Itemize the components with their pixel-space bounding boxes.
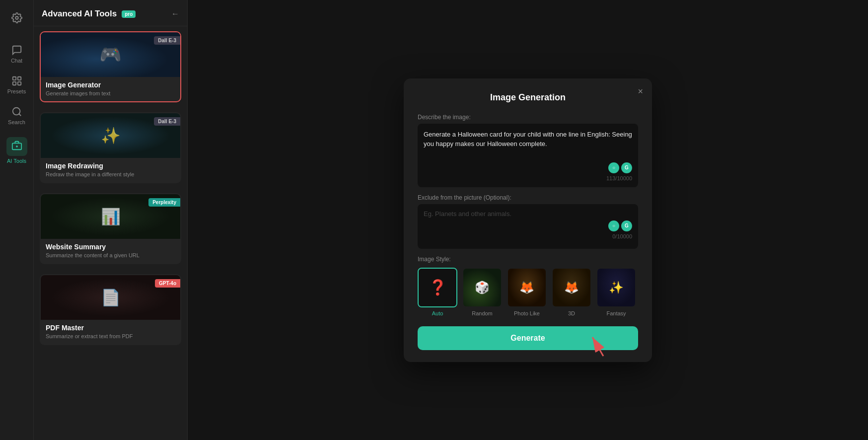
style-name-auto: Auto bbox=[432, 310, 443, 316]
sidebar-item-chat-label: Chat bbox=[11, 58, 22, 64]
panel-title-area: Advanced AI Tools pro bbox=[42, 9, 136, 19]
tool-name-image-redrawing: Image Redrawing bbox=[46, 162, 175, 170]
style-label: Image Style: bbox=[418, 256, 638, 263]
settings-icon[interactable] bbox=[6, 7, 28, 29]
tool-name-image-generator: Image Generator bbox=[46, 81, 175, 89]
tool-image-image-generator: Dall E-3 bbox=[41, 32, 180, 77]
sidebar-nav: Chat Presets Search AI Tools bbox=[0, 0, 34, 440]
style-options: ❓ Auto 🎲 Random 🦊 Photo Like bbox=[418, 268, 638, 316]
tool-card-image-redrawing[interactable]: Dall E-3 Image Redrawing Redraw the imag… bbox=[40, 112, 181, 183]
collapse-button[interactable]: ← bbox=[171, 9, 179, 18]
svg-rect-1 bbox=[12, 77, 15, 80]
svg-rect-2 bbox=[17, 77, 20, 80]
svg-point-5 bbox=[12, 108, 20, 115]
tool-image-pdf-master: GPT-4o bbox=[41, 275, 180, 320]
style-thumb-photo: 🦊 bbox=[507, 268, 547, 307]
style-option-fantasy[interactable]: ✨ Fantasy bbox=[596, 268, 636, 316]
svg-point-0 bbox=[15, 16, 18, 19]
tool-card-body-2: Image Redrawing Redraw the image in a di… bbox=[41, 158, 180, 177]
modal-close-button[interactable]: × bbox=[638, 86, 643, 97]
ai-circle-3: ○ bbox=[608, 220, 619, 231]
panel-header: Advanced AI Tools pro ← bbox=[34, 0, 187, 26]
tool-desc-image-redrawing: Redraw the image in a different style bbox=[46, 171, 175, 177]
style-option-photo[interactable]: 🦊 Photo Like bbox=[507, 268, 547, 316]
exclude-char-count: 0/10000 bbox=[424, 233, 632, 239]
main-content: Image Generation × Describe the image: G… bbox=[188, 0, 868, 440]
ai-circle-4: G bbox=[621, 220, 632, 231]
pro-badge: pro bbox=[122, 10, 136, 18]
tool-card-body-4: PDF Master Summarize or extract text fro… bbox=[41, 320, 180, 339]
describe-textarea-content[interactable]: Generate a Halloween card for your child… bbox=[424, 130, 632, 159]
tool-card-body-3: Website Summary Summarize the content of… bbox=[41, 239, 180, 258]
describe-label: Describe the image: bbox=[418, 114, 638, 121]
style-thumb-random: 🎲 bbox=[462, 268, 502, 307]
tool-desc-image-generator: Generate images from text bbox=[46, 90, 175, 96]
exclude-textarea-wrap: Eg. Planets and other animals. ○ G 0/100… bbox=[418, 204, 638, 249]
sidebar-item-presets[interactable]: Presets bbox=[0, 70, 33, 100]
generate-button[interactable]: Generate bbox=[418, 326, 638, 350]
badge-perplexity: Perplexity bbox=[148, 198, 180, 207]
style-name-fantasy: Fantasy bbox=[606, 310, 626, 316]
sidebar-item-search-label: Search bbox=[8, 119, 25, 125]
svg-rect-4 bbox=[17, 82, 20, 85]
style-name-random: Random bbox=[472, 310, 493, 316]
panel-title: Advanced AI Tools bbox=[42, 9, 117, 19]
describe-textarea-wrap: Generate a Halloween card for your child… bbox=[418, 124, 638, 187]
ai-circle-2: G bbox=[621, 162, 632, 173]
badge-gpt4o: GPT-4o bbox=[155, 279, 180, 288]
tool-name-pdf-master: PDF Master bbox=[46, 324, 175, 332]
sidebar-item-ai-tools[interactable]: AI Tools bbox=[0, 131, 33, 170]
style-option-auto[interactable]: ❓ Auto bbox=[418, 268, 457, 316]
style-thumb-3d: 🦊 bbox=[552, 268, 591, 307]
sidebar-item-search[interactable]: Search bbox=[0, 100, 33, 131]
exclude-label: Exclude from the picture (Optional): bbox=[418, 194, 638, 201]
sidebar-item-ai-tools-label: AI Tools bbox=[7, 158, 26, 164]
style-name-photo: Photo Like bbox=[514, 310, 540, 316]
tool-name-website-summary: Website Summary bbox=[46, 243, 175, 251]
modal-title: Image Generation bbox=[418, 92, 638, 103]
exclude-ai-icons: ○ G bbox=[424, 220, 632, 231]
svg-rect-3 bbox=[12, 82, 15, 85]
badge-dalle-2: Dall E-3 bbox=[154, 117, 180, 126]
style-thumb-fantasy: ✨ bbox=[596, 268, 636, 307]
badge-dalle-1: Dall E-3 bbox=[154, 36, 180, 45]
style-option-3d[interactable]: 🦊 3D bbox=[552, 268, 591, 316]
tool-card-image-generator[interactable]: Dall E-3 Image Generator Generate images… bbox=[40, 31, 181, 102]
image-generation-modal: Image Generation × Describe the image: G… bbox=[404, 78, 652, 362]
sidebar-item-presets-label: Presets bbox=[7, 88, 26, 94]
describe-ai-icons: ○ G bbox=[424, 162, 632, 173]
describe-char-count: 113/10000 bbox=[424, 175, 632, 181]
ai-circle-1: ○ bbox=[608, 162, 619, 173]
modal-overlay: Image Generation × Describe the image: G… bbox=[188, 0, 868, 440]
tool-card-body-1: Image Generator Generate images from tex… bbox=[41, 77, 180, 96]
tool-image-website-summary: Perplexity bbox=[41, 194, 180, 239]
generate-section: Generate bbox=[418, 326, 638, 350]
tool-image-image-redrawing: Dall E-3 bbox=[41, 113, 180, 158]
tool-desc-pdf-master: Summarize or extract text from PDF bbox=[46, 333, 175, 339]
tool-list-panel: Advanced AI Tools pro ← Dall E-3 Image G… bbox=[34, 0, 188, 440]
tool-desc-website-summary: Summarize the content of a given URL bbox=[46, 252, 175, 258]
style-option-random[interactable]: 🎲 Random bbox=[462, 268, 502, 316]
tool-card-website-summary[interactable]: Perplexity Website Summary Summarize the… bbox=[40, 193, 181, 264]
sidebar-item-chat[interactable]: Chat bbox=[0, 39, 33, 70]
tool-card-pdf-master[interactable]: GPT-4o PDF Master Summarize or extract t… bbox=[40, 274, 181, 345]
exclude-placeholder[interactable]: Eg. Planets and other animals. bbox=[424, 210, 632, 218]
svg-line-6 bbox=[19, 114, 21, 116]
style-name-3d: 3D bbox=[568, 310, 575, 316]
style-thumb-auto: ❓ bbox=[418, 268, 457, 307]
